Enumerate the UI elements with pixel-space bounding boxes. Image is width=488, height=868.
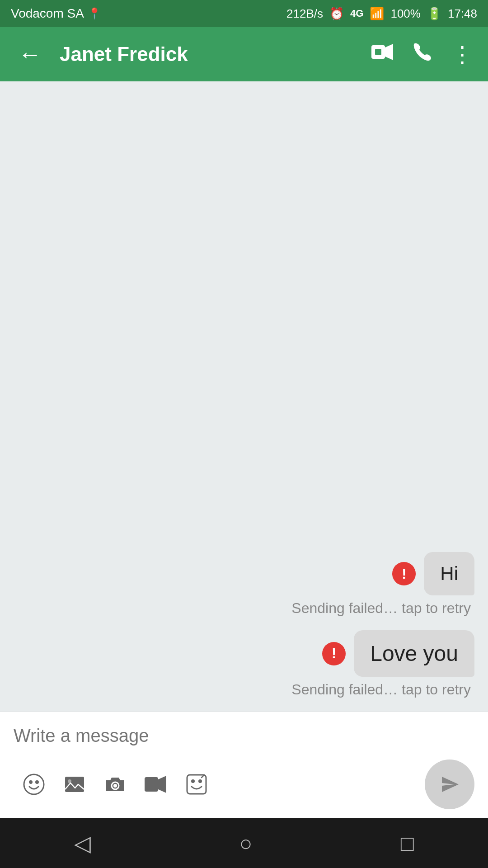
message-input[interactable] — [14, 721, 474, 750]
message-group-2: ! Love you Sending failed… tap to retry — [14, 630, 474, 698]
more-menu-button[interactable]: ⋮ — [451, 41, 474, 67]
svg-rect-2 — [375, 49, 381, 55]
signal-icon: 📶 — [370, 7, 384, 21]
message-row-2[interactable]: ! Love you — [322, 630, 474, 677]
send-failed-text-1[interactable]: Sending failed… tap to retry — [291, 600, 474, 617]
battery-percentage: 100% — [390, 7, 421, 21]
camera-button[interactable] — [95, 764, 136, 805]
status-bar-right: 212B/s ⏰ 4G 📶 100% 🔋 17:48 — [286, 7, 477, 21]
back-button[interactable]: ← — [14, 36, 46, 72]
svg-point-7 — [68, 779, 71, 783]
location-icon: 📍 — [88, 7, 101, 20]
svg-point-3 — [24, 774, 44, 794]
status-bar: Vodacom SA 📍 212B/s ⏰ 4G 📶 100% 🔋 17:48 — [0, 0, 488, 27]
chat-area: ! Hi Sending failed… tap to retry ! Love… — [0, 81, 488, 712]
svg-marker-11 — [158, 776, 166, 793]
error-icon-2[interactable]: ! — [322, 642, 346, 665]
svg-point-5 — [36, 781, 38, 783]
emoji-button[interactable] — [14, 764, 54, 805]
contact-name: Janet Fredick — [60, 43, 358, 66]
message-group-1: ! Hi Sending failed… tap to retry — [14, 552, 474, 617]
video-call-button[interactable] — [371, 43, 394, 66]
send-button[interactable] — [425, 760, 474, 809]
nav-home-button[interactable]: ○ — [239, 831, 252, 856]
message-row-1[interactable]: ! Hi — [392, 552, 474, 595]
nav-back-button[interactable]: ◁ — [74, 830, 91, 856]
phone-call-button[interactable] — [412, 42, 433, 67]
sticker-button[interactable] — [176, 764, 217, 805]
status-bar-left: Vodacom SA 📍 — [11, 6, 101, 21]
gallery-button[interactable] — [54, 764, 95, 805]
input-toolbar — [14, 760, 474, 809]
message-bubble-1[interactable]: Hi — [424, 552, 474, 595]
messages-container: ! Hi Sending failed… tap to retry ! Love… — [14, 552, 474, 698]
svg-point-9 — [113, 784, 117, 788]
svg-marker-1 — [385, 44, 393, 60]
svg-point-4 — [30, 781, 32, 783]
error-icon-1[interactable]: ! — [392, 562, 416, 585]
network-speed: 212B/s — [286, 7, 323, 21]
svg-rect-6 — [65, 777, 84, 792]
alarm-icon: ⏰ — [329, 7, 344, 21]
app-bar-actions: ⋮ — [371, 41, 474, 67]
svg-rect-12 — [187, 775, 206, 794]
message-bubble-2[interactable]: Love you — [354, 630, 474, 677]
carrier-name: Vodacom SA — [11, 6, 84, 21]
send-failed-text-2[interactable]: Sending failed… tap to retry — [291, 681, 474, 698]
svg-rect-10 — [145, 777, 158, 792]
app-bar: ← Janet Fredick ⋮ — [0, 27, 488, 81]
svg-point-13 — [191, 779, 195, 783]
nav-recent-button[interactable]: □ — [401, 831, 414, 856]
input-area — [0, 712, 488, 818]
video-button[interactable] — [136, 764, 176, 805]
svg-point-14 — [198, 779, 202, 783]
nav-bar: ◁ ○ □ — [0, 818, 488, 868]
time-display: 17:48 — [448, 7, 477, 21]
network-4g-icon: 4G — [350, 8, 363, 19]
battery-icon: 🔋 — [427, 7, 441, 21]
